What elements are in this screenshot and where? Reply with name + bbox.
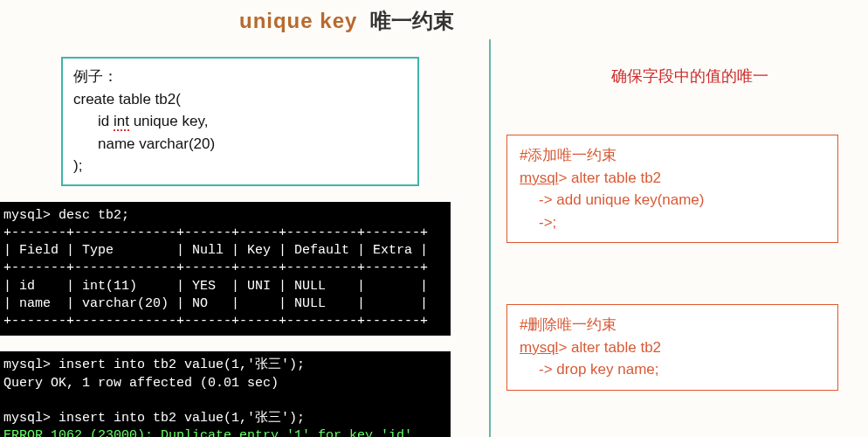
example-line: 例子： [73,66,407,88]
create-table-example: 例子： create table tb2( id int unique key,… [61,57,419,186]
example-line: name varchar(20) [73,133,407,156]
example-line: create table tb2( [73,88,407,111]
drop-unique-box: #删除唯一约束 mysql> alter table tb2 -> drop k… [506,304,838,391]
title-chinese: 唯一约束 [370,9,454,32]
left-column: 例子： create table tb2( id int unique key,… [0,39,480,437]
vertical-divider [489,39,491,437]
mysql-prompt: mysql [520,170,558,186]
example-line: ); [73,155,407,177]
sql-line: mysql> alter table tb2 [520,336,825,359]
spellcheck-squiggle: int [114,113,129,131]
terminal-desc-output: mysql> desc tb2; +-------+-------------+… [0,202,451,336]
sql-line: mysql> alter table tb2 [520,167,825,190]
page-title: unique key 唯一约束 [0,0,868,40]
sql-line: -> add unique key(name) [520,189,825,212]
error-line: ERROR 1062 (23000): Duplicate entry '1' … [3,428,412,437]
example-line: id int unique key, [73,110,407,133]
comment-line: #删除唯一约束 [520,314,825,336]
add-unique-box: #添加唯一约束 mysql> alter table tb2 -> add un… [506,135,838,243]
sql-line: ->; [520,212,825,234]
mysql-prompt: mysql [520,339,558,356]
right-column: 确保字段中的值的唯一 #添加唯一约束 mysql> alter table tb… [506,39,856,437]
terminal-insert-output: mysql> insert into tb2 value(1,'张三'); Qu… [0,351,451,437]
comment-line: #添加唯一约束 [520,144,825,167]
title-english: unique key [239,9,357,32]
note-text: 确保字段中的值的唯一 [533,66,847,87]
sql-line: -> drop key name; [520,358,825,381]
